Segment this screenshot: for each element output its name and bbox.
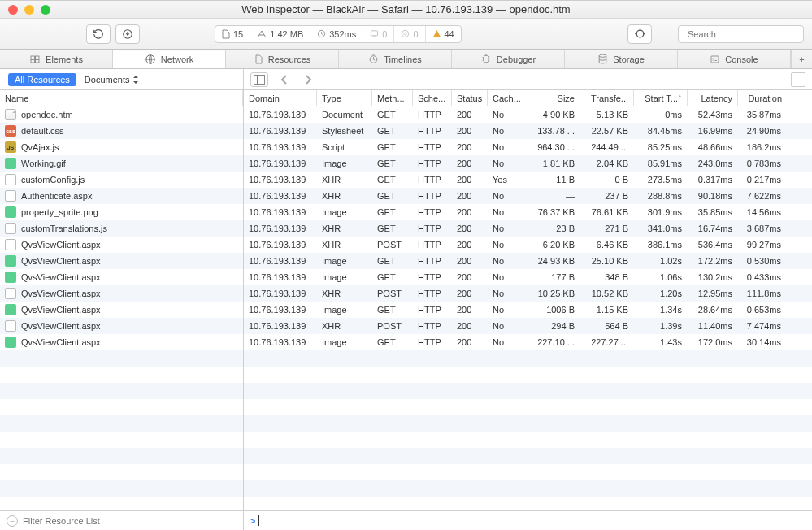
table-row[interactable] [244,432,812,448]
table-row[interactable] [0,497,243,510]
table-row[interactable] [244,464,812,480]
col-latency[interactable]: Latency [688,90,738,106]
table-row[interactable]: QvsViewClient.aspx [0,318,243,334]
table-row[interactable]: QvsViewClient.aspx [0,334,243,350]
svg-point-4 [405,33,407,35]
table-row[interactable]: customTranslations.js [0,220,243,237]
col-transferred[interactable]: Transfe... [580,90,634,106]
table-row[interactable] [244,367,812,383]
col-duration[interactable]: Duration [738,90,787,106]
tab-storage[interactable]: Storage [565,50,678,68]
table-row[interactable]: 10.76.193.139ImageGETHTTP200No76.37 KB76… [244,204,812,220]
table-row[interactable] [0,399,243,415]
table-row[interactable] [244,448,812,464]
table-row[interactable] [0,448,243,464]
table-row[interactable]: opendoc.htm [0,106,243,123]
col-start[interactable]: Start T... [634,90,688,106]
table-row[interactable]: cssdefault.css [0,123,243,139]
col-size[interactable]: Size [523,90,580,106]
search-input[interactable] [688,29,800,39]
total-time: 352ms [310,26,363,42]
svg-rect-16 [254,75,265,84]
col-type[interactable]: Type [317,90,372,106]
table-row[interactable] [244,497,812,510]
table-row[interactable]: 10.76.193.139ImageGETHTTP200No227.10 ...… [244,334,812,350]
table-row[interactable]: 10.76.193.139ImageGETHTTP200No177 B348 B… [244,269,812,285]
target-button[interactable] [627,24,652,44]
nav-back-button[interactable] [275,72,293,87]
file-icon [5,255,16,267]
table-row[interactable]: 10.76.193.139ImageGETHTTP200No24.93 KB25… [244,253,812,269]
table-row[interactable] [244,383,812,399]
window-title: Web Inspector — BlackAir — Safari — 10.7… [0,3,812,15]
nav-forward-button[interactable] [299,72,317,87]
table-row[interactable]: 10.76.193.139XHRPOSTHTTP200No6.20 KB6.46… [244,237,812,253]
toggle-sidebar-button[interactable] [250,72,268,87]
filter-select-documents[interactable]: Documents [85,75,139,85]
tab-elements[interactable]: Elements [0,50,113,68]
table-row[interactable] [0,350,243,367]
table-row[interactable] [0,415,243,432]
table-row[interactable]: customConfig.js [0,172,243,188]
table-row[interactable]: 10.76.193.139XHRPOSTHTTP200No10.25 KB10.… [244,285,812,302]
table-row[interactable] [0,367,243,383]
zoom-window-button[interactable] [41,5,50,15]
table-row[interactable] [0,480,243,497]
tab-network[interactable]: Network [113,50,226,68]
table-row[interactable]: QvsViewClient.aspx [0,237,243,253]
new-tab-button[interactable]: + [791,50,812,68]
table-row[interactable] [0,464,243,480]
table-row[interactable]: 10.76.193.139XHRGETHTTP200Yes11 B0 B273.… [244,172,812,188]
table-row[interactable]: JSQvAjax.js [0,139,243,155]
file-icon: JS [5,141,16,153]
table-row[interactable]: QvsViewClient.aspx [0,285,243,302]
file-icon [5,239,16,250]
console-prompt[interactable]: > [244,511,812,530]
file-name: QvsViewClient.aspx [21,305,101,315]
minimize-window-button[interactable] [24,5,34,15]
table-row[interactable]: 10.76.193.139DocumentGETHTTP200No4.90 KB… [244,106,812,123]
table-row[interactable]: 10.76.193.139XHRGETHTTP200No23 B271 B341… [244,220,812,237]
filter-chip-all[interactable]: All Resources [8,73,76,86]
table-row[interactable]: 10.76.193.139XHRPOSTHTTP200No294 B564 B1… [244,318,812,334]
table-row[interactable]: property_sprite.png [0,204,243,220]
filter-input[interactable] [23,516,237,526]
col-scheme[interactable]: Sche... [413,90,452,106]
table-row[interactable]: QvsViewClient.aspx [0,302,243,318]
table-row[interactable] [244,399,812,415]
table-row[interactable]: QvsViewClient.aspx [0,269,243,285]
table-row[interactable]: QvsViewClient.aspx [0,253,243,269]
search-field[interactable] [678,25,804,43]
table-row[interactable]: 10.76.193.139ImageGETHTTP200No1006 B1.15… [244,302,812,318]
messages-1: 0 [363,26,394,42]
tab-console[interactable]: Console [678,50,791,68]
file-name: Authenticate.aspx [21,191,92,201]
tab-strip: Elements Network Resources Timelines Deb… [0,50,812,69]
reload-button[interactable] [86,24,111,44]
table-row[interactable]: Authenticate.aspx [0,188,243,204]
close-window-button[interactable] [8,5,18,15]
col-cached[interactable]: Cach... [488,90,523,106]
table-row[interactable]: 10.76.193.139StylesheetGETHTTP200No133.7… [244,123,812,139]
col-status[interactable]: Status [452,90,488,106]
svg-rect-7 [31,56,35,59]
tab-debugger[interactable]: Debugger [452,50,565,68]
toggle-details-button[interactable] [791,72,805,87]
download-button[interactable] [115,24,140,44]
table-row[interactable] [0,383,243,399]
tab-timelines[interactable]: Timelines [339,50,452,68]
table-row[interactable] [244,480,812,497]
table-row[interactable] [244,415,812,432]
table-row[interactable]: 10.76.193.139ImageGETHTTP200No1.81 KB2.0… [244,155,812,172]
table-row[interactable]: Working.gif [0,155,243,172]
warnings[interactable]: 44 [426,26,461,42]
col-domain[interactable]: Domain [244,90,317,106]
table-row[interactable]: 10.76.193.139ScriptGETHTTP200No964.30 ..… [244,139,812,155]
col-name[interactable]: Name [0,90,243,106]
tab-resources[interactable]: Resources [226,50,339,68]
table-row[interactable] [0,432,243,448]
table-row[interactable] [244,350,812,367]
table-row[interactable]: 10.76.193.139XHRGETHTTP200No—237 B288.8m… [244,188,812,204]
file-name: QvsViewClient.aspx [21,289,101,298]
col-method[interactable]: Meth... [372,90,413,106]
